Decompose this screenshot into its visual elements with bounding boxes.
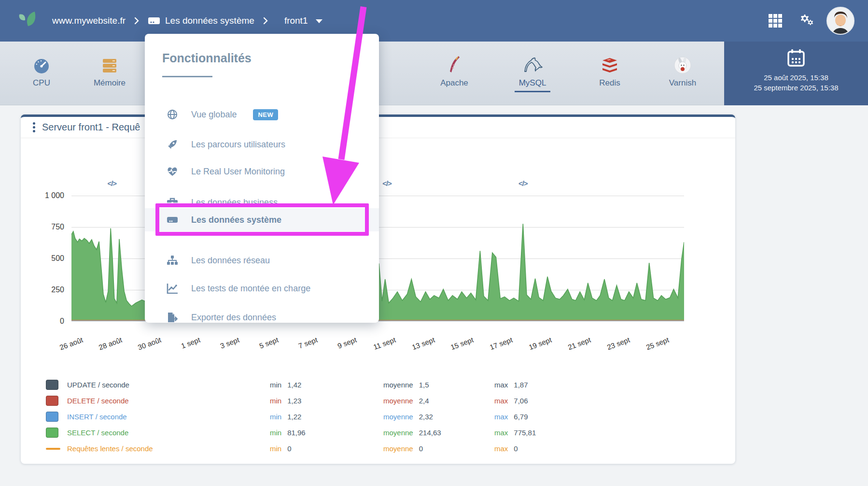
x-axis-ticks: 26 août28 août30 août1 sept3 sept5 sept7… — [71, 329, 684, 357]
date-range-start: 25 août 2025, 15:38 — [724, 72, 868, 83]
x-tick-label: 15 sept — [428, 336, 475, 359]
stat-label: moyenne — [383, 413, 413, 421]
tab-redis[interactable]: Redis — [576, 53, 644, 88]
y-tick-label: 750 — [26, 223, 64, 231]
stat-value: 214,63 — [419, 429, 441, 437]
legend-stat-avg: moyenne1,5 — [383, 381, 494, 389]
stat-value: 1,42 — [287, 381, 301, 389]
app-root: www.mywebsite.fr Les données système fro… — [0, 0, 868, 486]
legend-stat-max: max7,06 — [494, 397, 712, 405]
apps-grid-icon[interactable] — [767, 12, 784, 29]
tab-mémoire[interactable]: Mémoire — [76, 53, 143, 88]
legend-stat-min: min1,42 — [270, 381, 383, 389]
stat-label: moyenne — [383, 444, 413, 453]
stat-value: 775,81 — [514, 429, 536, 437]
legend-label: Requêtes lentes / seconde — [67, 444, 270, 453]
stat-value: 1,87 — [514, 381, 528, 389]
tab-mysql[interactable]: MySQL — [499, 53, 566, 92]
mysql-icon — [499, 53, 566, 74]
x-tick-label: 13 sept — [389, 336, 435, 359]
menu-item-label: Les parcours utilisateurs — [191, 140, 285, 150]
y-tick-label: 250 — [26, 286, 64, 294]
tab-label: MySQL — [499, 78, 566, 88]
varnish-icon — [649, 53, 716, 74]
x-tick-label: 1 sept — [155, 336, 201, 359]
x-tick-label: 30 août — [116, 336, 162, 359]
menu-item-les-parcours-utilisateurs[interactable]: Les parcours utilisateurs — [145, 133, 379, 156]
menu-item-label: Les tests de montée en charge — [191, 284, 310, 294]
legend-stat-min: min81,96 — [270, 429, 383, 437]
menu-item-les-donnees-systeme[interactable]: Les données système — [145, 208, 379, 231]
sitemap-icon — [166, 255, 179, 266]
legend-label: UPDATE / seconde — [67, 381, 270, 389]
legend-label: INSERT / seconde — [67, 413, 270, 421]
legend-label: DELETE / seconde — [67, 397, 270, 405]
legend-label: SELECT / seconde — [67, 429, 270, 437]
y-tick-label: 0 — [26, 317, 64, 326]
top-navbar: www.mywebsite.fr Les données système fro… — [0, 0, 868, 42]
menu-item-les-donnees-reseau[interactable]: Les données réseau — [145, 249, 379, 272]
stat-label: min — [270, 381, 281, 389]
legend-row-requ-tes-lentes[interactable]: Requêtes lentes / secondemin0moyenne0max… — [46, 441, 712, 457]
dropdown-title: Fonctionnalités — [162, 51, 379, 65]
legend-stat-avg: moyenne0 — [383, 444, 494, 453]
redis-icon — [576, 53, 644, 74]
menu-item-exporter-des-donnees[interactable]: Exporter des données — [145, 306, 379, 329]
heartbeat-icon — [166, 166, 179, 177]
x-tick-label: 28 août — [77, 336, 123, 359]
legend-swatch-icon — [46, 448, 60, 450]
menu-item-les-tests-de-montee-en-charge[interactable]: Les tests de montée en charge — [145, 277, 379, 300]
menu-item-label: Le Real User Monitoring — [191, 167, 285, 177]
x-tick-label: 11 sept — [350, 336, 396, 359]
stat-value: 1,23 — [287, 397, 301, 405]
apache-icon — [420, 53, 488, 74]
breadcrumb-site[interactable]: www.mywebsite.fr — [52, 15, 126, 26]
legend-row-update[interactable]: UPDATE / secondemin1,42moyenne1,5max1,87 — [46, 377, 712, 393]
x-tick-label: 17 sept — [467, 336, 514, 359]
date-range-panel[interactable]: 25 août 2025, 15:38 25 septembre 2025, 1… — [724, 42, 868, 105]
y-tick-label: 1 000 — [26, 191, 64, 200]
y-tick-label: 500 — [26, 254, 64, 263]
stat-label: max — [494, 381, 508, 389]
code-deploy-marker-icon: </> — [382, 179, 392, 187]
tab-label: Mémoire — [76, 78, 143, 88]
server-selector[interactable]: front1 — [284, 15, 323, 26]
new-badge: NEW — [253, 109, 278, 120]
menu-item-label: Les données réseau — [191, 256, 270, 266]
stat-label: max — [494, 413, 508, 421]
kebab-menu-icon[interactable] — [28, 121, 40, 134]
menu-item-le-real-user-monitoring[interactable]: Le Real User Monitoring — [145, 160, 379, 183]
stat-label: min — [270, 429, 281, 437]
stat-value: 0 — [419, 444, 423, 453]
gears-icon[interactable] — [797, 12, 814, 29]
avatar[interactable] — [826, 7, 854, 35]
tab-varnish[interactable]: Varnish — [649, 53, 716, 88]
tab-apache[interactable]: Apache — [420, 53, 488, 88]
legend-stat-max: max6,79 — [494, 413, 712, 421]
legend-stat-min: min1,22 — [270, 413, 383, 421]
breadcrumb-section[interactable]: Les données système — [148, 15, 254, 26]
legend-stat-max: max0 — [494, 444, 712, 453]
legend-stat-avg: moyenne2,32 — [383, 413, 494, 421]
briefcase-icon — [166, 197, 179, 208]
tab-cpu[interactable]: CPU — [8, 53, 75, 88]
x-tick-label: 7 sept — [272, 336, 318, 359]
chart-title: Serveur front1 - Requê — [42, 122, 140, 133]
legend-row-insert[interactable]: INSERT / secondemin1,22moyenne2,32max6,7… — [46, 409, 712, 425]
chevron-right-icon — [134, 17, 139, 25]
menu-item-vue-globale[interactable]: Vue globaleNEW — [145, 103, 379, 126]
stat-value: 2,32 — [419, 413, 433, 421]
legend-swatch-icon — [46, 428, 58, 438]
x-tick-label: 5 sept — [233, 336, 280, 359]
legend-swatch-icon — [46, 380, 58, 390]
legend-row-delete[interactable]: DELETE / secondemin1,23moyenne2,4max7,06 — [46, 393, 712, 409]
breadcrumb: www.mywebsite.fr Les données système fro… — [52, 15, 323, 26]
stat-label: moyenne — [383, 397, 413, 405]
dropdown-title-rule — [162, 76, 212, 77]
x-tick-label: 19 sept — [506, 336, 553, 359]
calendar-icon — [786, 48, 806, 68]
export-icon — [166, 312, 179, 323]
legend-row-select[interactable]: SELECT / secondemin81,96moyenne214,63max… — [46, 425, 712, 441]
globe-icon — [166, 109, 179, 120]
legend-swatch-icon — [46, 396, 58, 406]
